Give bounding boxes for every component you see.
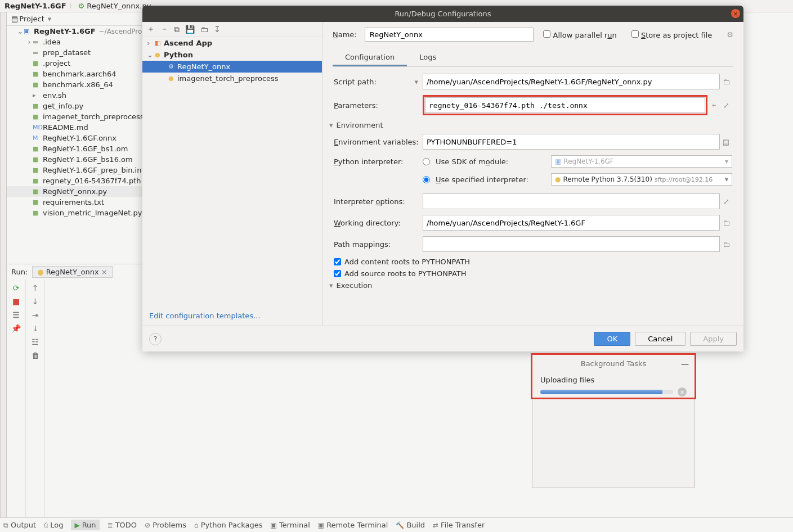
tree-item[interactable]: ▬prep_dataset [7, 47, 151, 58]
softwrap-icon[interactable]: ⇥ [26, 309, 44, 321]
tree-item[interactable]: MRegNetY-1.6GF.onnx [7, 133, 151, 143]
cancel-task-icon[interactable]: × [678, 387, 687, 396]
tree-item[interactable]: ■regnety_016-54367f74.pth [7, 175, 151, 186]
bottom-log[interactable]: ⎙Log [44, 521, 63, 529]
left-gutter [0, 12, 7, 517]
config-item-imagenet[interactable]: ●imagenet_torch_preprocess [142, 73, 322, 84]
browse-icon[interactable]: 🗀 [720, 219, 732, 227]
down-icon[interactable]: ↓ [26, 295, 44, 308]
save-icon[interactable]: 💾 [185, 25, 195, 34]
apply-button[interactable]: Apply [690, 332, 737, 346]
tab-logs[interactable]: Logs [407, 49, 449, 66]
bottom-remote-terminal[interactable]: ▣Remote Terminal [318, 521, 388, 529]
expand-icon[interactable]: ⤢ [720, 197, 732, 206]
bottom-problems[interactable]: ⊘Problems [145, 521, 186, 529]
tree-item[interactable]: ■benchmark.aarch64 [7, 69, 151, 79]
bottom-build[interactable]: 🔨Build [396, 521, 425, 529]
interp-opts-input[interactable] [423, 193, 720, 209]
add-icon[interactable]: ＋ [707, 100, 720, 110]
layout-icon[interactable]: ☰ [7, 309, 25, 321]
tree-item[interactable]: ▸env.sh [7, 90, 151, 101]
dialog-title: Run/Debug Configurations × [142, 6, 743, 22]
bottom-todo[interactable]: ≣TODO [107, 521, 137, 529]
bottom-terminal[interactable]: ▣Terminal [271, 521, 310, 529]
tree-item[interactable]: ■requirements.txt [7, 197, 151, 208]
minimize-icon[interactable]: — [681, 359, 689, 368]
close-icon[interactable]: × [101, 268, 107, 276]
tree-item[interactable]: ■imagenet_torch_preprocess. [7, 111, 151, 122]
interpreter-dropdown[interactable]: ● Remote Python 3.7.5(310) sftp://root@1… [551, 173, 732, 186]
list-icon[interactable]: ▤ [720, 138, 732, 146]
envvars-input[interactable] [423, 134, 720, 150]
print-icon[interactable]: ☳ [26, 336, 44, 348]
tree-item[interactable]: ›▬.idea [7, 37, 151, 47]
tree-item[interactable]: ■benchmark.x86_64 [7, 79, 151, 90]
tree-item[interactable]: ■RegNetY-1.6GF_bs1.om [7, 143, 151, 154]
tree-item[interactable]: ■vision_metric_ImageNet.py [7, 208, 151, 218]
ok-button[interactable]: OK [594, 332, 630, 346]
bottom-toolbar: ⧉Output ⎙Log ▶Run ≣TODO ⊘Problems ⌂Pytho… [0, 517, 793, 532]
bottom-pypkg[interactable]: ⌂Python Packages [194, 521, 262, 529]
chevron-down-icon[interactable]: ▾ [48, 15, 52, 23]
parameters-input[interactable] [425, 97, 705, 113]
tree-item[interactable]: MDREADME.md [7, 122, 151, 133]
chevron-down-icon[interactable]: ▾ [414, 78, 418, 86]
browse-icon[interactable]: 🗀 [720, 240, 732, 249]
bottom-output[interactable]: ⧉Output [3, 521, 36, 529]
gear-icon[interactable]: ⚙ [727, 30, 733, 39]
sdk-module-dropdown[interactable]: ▣ RegNetY-1.6GF ▾ [551, 155, 732, 168]
config-group-ascend[interactable]: ›◧Ascend App [142, 37, 322, 49]
file-icon: ■ [33, 177, 41, 184]
run-console[interactable] [45, 279, 151, 517]
file-icon: ■ [33, 156, 41, 163]
copy-icon[interactable]: ⧉ [174, 25, 180, 34]
config-tree[interactable]: ›◧Ascend App ⌄●Python ⚙RegNetY_onnx ●ima… [142, 37, 322, 306]
tree-item[interactable]: ■.project [7, 58, 151, 69]
exec-section[interactable]: ▾Execution [329, 281, 732, 290]
cancel-button[interactable]: Cancel [635, 332, 686, 346]
trash-icon[interactable]: 🗑 [26, 349, 44, 362]
pathmap-input[interactable] [423, 236, 720, 252]
store-as-project-checkbox[interactable]: Store as project file [631, 30, 713, 39]
use-sdk-radio[interactable] [423, 158, 430, 165]
env-section[interactable]: ▾Environment [329, 121, 732, 129]
add-icon[interactable]: ＋ [147, 24, 155, 34]
up-icon[interactable]: ↑ [26, 282, 44, 294]
pin-icon[interactable]: 📌 [7, 322, 25, 335]
crumb-file[interactable]: RegNetY_onnx.py [87, 2, 151, 10]
help-button[interactable]: ? [149, 333, 162, 345]
allow-parallel-checkbox[interactable]: Allow parallel run [543, 30, 616, 39]
python-icon: ■ [33, 188, 41, 195]
rerun-icon[interactable]: ⟳ [7, 282, 25, 294]
config-toolbar: ＋ － ⧉ 💾 🗀 ↧ [142, 22, 322, 37]
folder-icon[interactable]: 🗀 [200, 25, 208, 34]
tree-item[interactable]: ■RegNetY-1.6GF_bs16.om [7, 154, 151, 165]
browse-icon[interactable]: 🗀 [720, 78, 732, 86]
project-tree[interactable]: ⌄ ▣ RegNetY-1.6GF ~/AscendProje ›▬.idea … [7, 26, 151, 264]
scrollend-icon[interactable]: ⤓ [26, 322, 44, 335]
use-specified-radio[interactable] [423, 176, 430, 183]
stop-icon[interactable]: ■ [7, 295, 25, 308]
crumb-root[interactable]: RegNetY-1.6GF [5, 2, 66, 10]
tree-item[interactable]: ■get_info.py [7, 101, 151, 111]
workdir-input[interactable] [423, 215, 720, 231]
sort-icon[interactable]: ↧ [214, 25, 221, 34]
add-content-root-checkbox[interactable] [334, 258, 341, 265]
tab-configuration[interactable]: Configuration [333, 49, 407, 66]
bottom-run[interactable]: ▶Run [71, 520, 99, 530]
add-source-root-checkbox[interactable] [334, 270, 341, 277]
remove-icon[interactable]: － [160, 24, 168, 34]
project-tool-header[interactable]: ▤ Project ▾ [7, 12, 151, 26]
edit-templates-link[interactable]: Edit configuration templates... [142, 306, 322, 326]
name-input[interactable] [365, 28, 534, 42]
bottom-file-transfer[interactable]: ⇄File Transfer [433, 521, 485, 529]
config-group-python[interactable]: ⌄●Python [142, 49, 322, 61]
close-icon[interactable]: × [731, 9, 740, 18]
tree-item[interactable]: ■RegNetY_onnx.py [7, 186, 151, 197]
tree-root[interactable]: ⌄ ▣ RegNetY-1.6GF ~/AscendProje [7, 26, 151, 37]
expand-icon[interactable]: ⤢ [720, 101, 732, 110]
script-path-input[interactable] [423, 74, 720, 89]
tree-item[interactable]: ■RegNetY-1.6GF_prep_bin.info [7, 165, 151, 175]
config-item-regnety[interactable]: ⚙RegNetY_onnx [142, 61, 322, 73]
run-tab[interactable]: ● RegNetY_onnx × [32, 266, 112, 278]
